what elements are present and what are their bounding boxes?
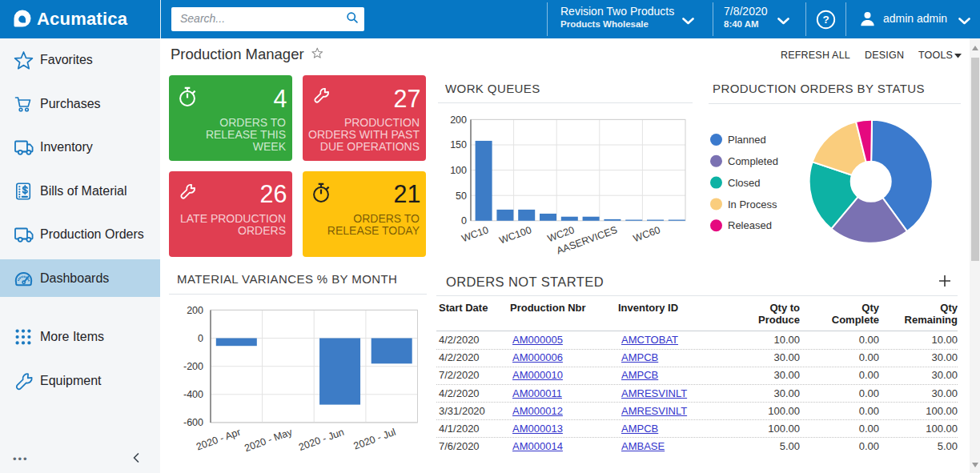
svg-text:WC100: WC100 — [498, 224, 533, 246]
svg-text:150: 150 — [450, 139, 467, 150]
svg-text:200: 200 — [187, 305, 203, 316]
svg-text:Planned: Planned — [728, 134, 766, 146]
svg-text:In Process: In Process — [728, 198, 777, 210]
svg-text:-200: -200 — [183, 361, 203, 372]
svg-text:2020 - Jul: 2020 - Jul — [352, 427, 397, 452]
svg-text:2020 - May: 2020 - May — [243, 426, 294, 454]
svg-text:2020 - Jun: 2020 - Jun — [297, 427, 345, 453]
svg-text:0: 0 — [461, 215, 467, 226]
svg-text:WC10: WC10 — [460, 224, 490, 244]
svg-text:WC60: WC60 — [632, 224, 661, 244]
svg-text:-400: -400 — [183, 389, 203, 400]
svg-text:-600: -600 — [183, 417, 203, 428]
svg-text:100: 100 — [450, 165, 467, 176]
svg-text:?: ? — [822, 14, 829, 26]
svg-text:50: 50 — [456, 190, 467, 202]
svg-text:2020 - Apr: 2020 - Apr — [195, 427, 242, 453]
svg-text:Completed: Completed — [728, 155, 778, 167]
svg-text:Closed: Closed — [728, 177, 760, 189]
svg-text:200: 200 — [450, 114, 467, 126]
svg-text:Released: Released — [728, 219, 772, 231]
svg-text:0: 0 — [198, 333, 203, 344]
